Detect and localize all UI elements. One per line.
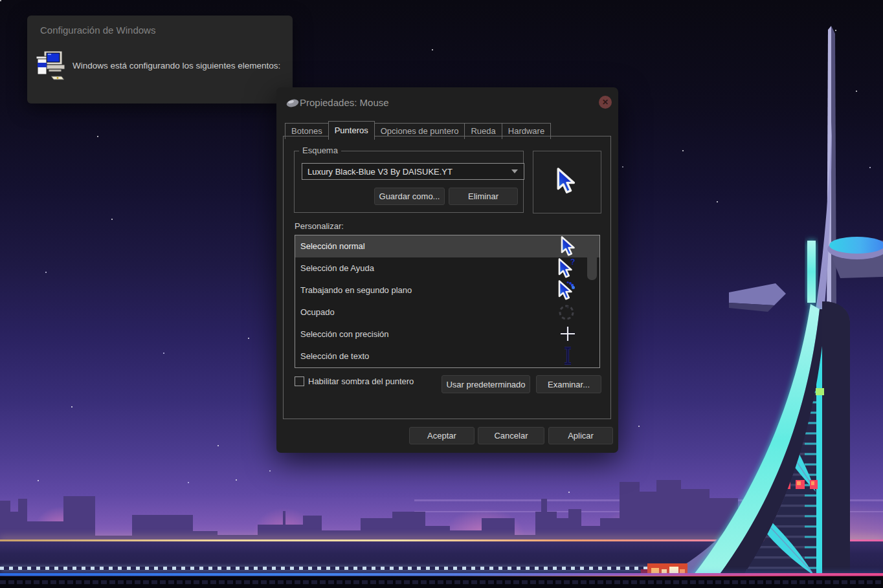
chevron-down-icon <box>511 169 518 173</box>
cancel-button[interactable]: Cancelar <box>478 427 544 444</box>
save-as-button[interactable]: Guardar como... <box>374 188 445 205</box>
delete-button[interactable]: Eliminar <box>449 188 518 205</box>
arrow-cursor-icon <box>559 236 576 257</box>
ok-button[interactable]: Aceptar <box>409 427 475 444</box>
sky-streak <box>414 499 883 501</box>
punteros-tab-panel: Esquema Luxury Black-Blue V3 By DAISUKE.… <box>283 136 611 419</box>
arrow-cursor-preview-icon <box>555 168 577 195</box>
sky-streak <box>414 511 883 512</box>
scheme-dropdown-value: Luxury Black-Blue V3 By DAISUKE.YT <box>307 167 453 177</box>
scrollbar-thumb[interactable] <box>587 252 597 280</box>
scheme-dropdown[interactable]: Luxury Black-Blue V3 By DAISUKE.YT <box>302 163 524 180</box>
mouse-icon <box>285 98 300 108</box>
dialog-titlebar[interactable]: Propiedades: Mouse ✕ <box>276 87 618 117</box>
cursor-list-item[interactable]: Trabajando en segundo plano <box>295 279 599 301</box>
text-cursor-icon <box>559 346 576 365</box>
precision-cursor-icon <box>559 324 576 343</box>
cursor-item-label: Selección normal <box>300 241 365 251</box>
water <box>0 541 883 576</box>
installer-icon <box>36 50 65 82</box>
cursor-item-label: Selección de Ayuda <box>300 263 374 273</box>
working-cursor-icon <box>557 280 576 301</box>
scheme-groupbox: Esquema Luxury Black-Blue V3 By DAISUKE.… <box>294 151 524 213</box>
help-cursor-icon: ? <box>557 258 576 279</box>
blue-neon-line <box>0 573 883 576</box>
customize-label: Personalizar: <box>295 221 344 231</box>
pointer-shadow-label: Habilitar sombra del puntero <box>308 376 414 386</box>
windows-setup-dialog: Configuración de Windows Windows está co… <box>27 16 293 103</box>
cursor-item-label: Trabajando en segundo plano <box>300 285 412 295</box>
svg-text:?: ? <box>570 258 575 267</box>
cursor-preview-box <box>533 151 601 213</box>
setup-dialog-title: Configuración de Windows <box>40 25 155 36</box>
pointer-shadow-row: Habilitar sombra del puntero <box>295 376 414 386</box>
mouse-properties-dialog: Propiedades: Mouse ✕ Botones Punteros Op… <box>276 87 618 453</box>
tab-punteros[interactable]: Punteros <box>328 121 375 140</box>
cursor-list-item[interactable]: Ocupado <box>295 301 599 323</box>
setup-message: Windows está configurando los siguientes… <box>73 61 280 71</box>
apply-button[interactable]: Aplicar <box>548 427 613 444</box>
cursor-list[interactable]: Selección normal Selección de Ayuda ? Tr… <box>295 235 600 368</box>
bottom-strip-dashes <box>0 580 883 584</box>
cursor-list-item[interactable]: Selección con precisión <box>295 323 599 345</box>
scheme-group-label: Esquema <box>299 146 341 155</box>
cursor-item-label: Selección con precisión <box>300 329 389 339</box>
close-icon[interactable]: ✕ <box>599 96 612 109</box>
cursor-list-item[interactable]: Selección de texto <box>295 345 599 367</box>
shoreline-lights <box>0 567 751 570</box>
dialog-title: Propiedades: Mouse <box>300 97 389 108</box>
busy-cursor-icon <box>557 302 576 323</box>
use-default-button[interactable]: Usar predeterminado <box>442 375 530 393</box>
cursor-item-label: Selección de texto <box>300 351 369 361</box>
cursor-list-item[interactable]: Selección de Ayuda ? <box>295 257 599 279</box>
cursor-list-item[interactable]: Selección normal <box>295 235 599 257</box>
cursor-item-label: Ocupado <box>300 307 335 317</box>
pointer-shadow-checkbox[interactable] <box>295 376 304 386</box>
browse-button[interactable]: Examinar... <box>536 375 601 393</box>
